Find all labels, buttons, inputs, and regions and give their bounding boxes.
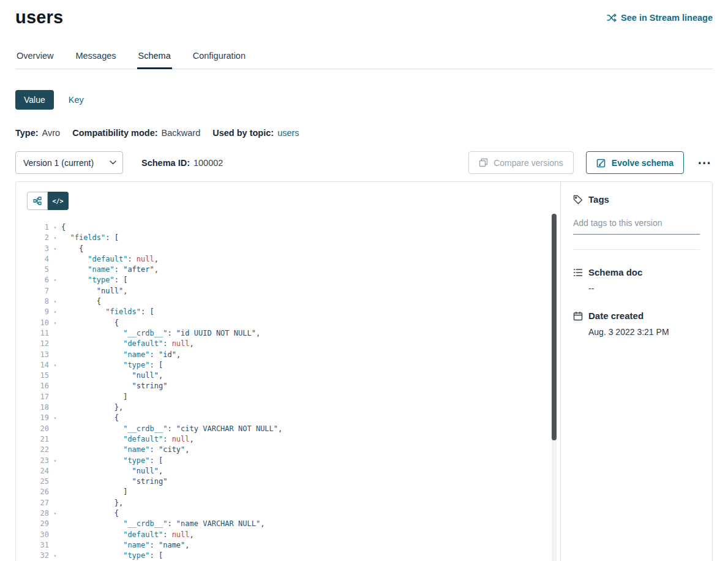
line-number: 21 [27, 434, 49, 445]
fold-toggle-icon[interactable]: ▾ [49, 222, 61, 233]
code-lines: 1▾{2▾ "fields": [3▾ {4 "default": null,5… [27, 222, 544, 561]
line-number: 25 [27, 476, 49, 487]
code-line: 30 "default": null, [27, 530, 544, 540]
code-line: 15 "null", [27, 371, 544, 381]
page-header: users See in Stream lineage [15, 0, 713, 28]
code-line: 19▾ { [27, 413, 544, 423]
schema-id-label: Schema ID: [141, 158, 190, 168]
code-line: 6▾ "type": [ [27, 275, 544, 285]
tab-overview[interactable]: Overview [15, 46, 54, 69]
version-select-wrap: Version 1 (current) [15, 151, 123, 174]
code-line: 32▾ "type": [ [27, 551, 544, 561]
code-text: "name": "id", [61, 350, 181, 360]
compare-versions-button[interactable]: Compare versions [468, 151, 574, 174]
fold-toggle-icon[interactable]: ▾ [49, 233, 61, 243]
code-line: 1▾{ [27, 222, 544, 233]
key-toggle-button[interactable]: Key [69, 95, 84, 105]
value-toggle-button[interactable]: Value [15, 90, 54, 110]
code-line: 10▾ { [27, 318, 544, 328]
code-line: 14▾ "type": [ [27, 360, 544, 371]
code-text: "type": [ [61, 456, 163, 466]
more-options-button[interactable]: ⋯ [696, 156, 713, 170]
stream-lineage-link[interactable]: See in Stream lineage [607, 13, 713, 23]
editor-view-toggle: </> [27, 192, 69, 210]
code-line: 3▾ { [27, 244, 544, 254]
code-text: "string" [61, 381, 167, 391]
tab-messages[interactable]: Messages [74, 46, 117, 69]
stream-lineage-label: See in Stream lineage [621, 13, 713, 23]
fold-spacer [49, 530, 61, 540]
fold-spacer [49, 350, 61, 360]
code-text: { [61, 222, 66, 233]
fold-toggle-icon[interactable]: ▾ [49, 307, 61, 317]
version-select[interactable]: Version 1 (current) [15, 151, 123, 174]
line-number: 3 [27, 244, 49, 254]
fold-spacer [49, 254, 61, 265]
code-text: "__crdb__": "id UUID NOT NULL", [61, 328, 260, 339]
line-number: 10 [27, 318, 49, 328]
code-text: "default": null, [61, 530, 194, 540]
schema-panel: </> 1▾{2▾ "fields": [3▾ {4 "default": nu… [15, 181, 713, 561]
stream-lineage-icon [607, 13, 617, 23]
code-text: "type": [ [61, 551, 163, 561]
code-text: "null", [61, 466, 163, 476]
code-line: 9▾ "fields": [ [27, 307, 544, 317]
fold-toggle-icon[interactable]: ▾ [49, 456, 61, 466]
line-number: 32 [27, 551, 49, 561]
code-text: "null", [61, 286, 127, 296]
fold-toggle-icon[interactable]: ▾ [49, 413, 61, 423]
code-view-button[interactable]: </> [48, 192, 69, 210]
code-text: ] [61, 487, 127, 497]
fold-toggle-icon[interactable]: ▾ [49, 508, 61, 519]
line-number: 31 [27, 540, 49, 551]
code-text: "__crdb__": "city VARCHAR NOT NULL", [61, 424, 282, 434]
line-number: 6 [27, 275, 49, 285]
fold-toggle-icon[interactable]: ▾ [49, 360, 61, 371]
schema-meta-row: Type: Avro Compatibility mode: Backward … [15, 128, 713, 138]
tab-schema[interactable]: Schema [137, 46, 172, 69]
code-line: 4 "default": null, [27, 254, 544, 265]
sidebar-divider [573, 249, 700, 250]
fold-toggle-icon[interactable]: ▾ [49, 551, 61, 561]
schema-editor-pane: </> 1▾{2▾ "fields": [3▾ {4 "default": nu… [16, 182, 560, 561]
tab-configuration[interactable]: Configuration [192, 46, 247, 69]
line-number: 13 [27, 350, 49, 360]
tree-view-button[interactable] [27, 192, 48, 210]
date-created-value: Aug. 3 2022 3:21 PM [588, 327, 700, 337]
line-number: 2 [27, 233, 49, 243]
schema-id: Schema ID: 100002 [141, 158, 223, 168]
type-label: Type: [15, 128, 39, 138]
compatibility-label: Compatibility mode: [72, 128, 157, 138]
line-number: 17 [27, 392, 49, 402]
code-line: 20 "__crdb__": "city VARCHAR NOT NULL", [27, 424, 544, 434]
date-created-section: Date created Aug. 3 2022 3:21 PM [573, 311, 700, 337]
page: users See in Stream lineage OverviewMess… [0, 0, 728, 561]
code-text: "default": null, [61, 339, 194, 349]
page-title: users [15, 7, 63, 28]
fold-spacer [49, 540, 61, 551]
code-text: "null", [61, 371, 163, 381]
tags-header: Tags [573, 194, 700, 205]
line-number: 5 [27, 265, 49, 275]
compatibility-value: Backward [162, 128, 201, 138]
fold-toggle-icon[interactable]: ▾ [49, 318, 61, 328]
calendar-icon [573, 311, 583, 321]
fold-toggle-icon[interactable]: ▾ [49, 275, 61, 285]
add-tags-input[interactable] [573, 213, 700, 235]
fold-toggle-icon[interactable]: ▾ [49, 244, 61, 254]
fold-spacer [49, 445, 61, 455]
editor-scrollbar[interactable] [552, 214, 557, 561]
line-number: 28 [27, 508, 49, 519]
code-text: { [61, 508, 119, 519]
scrollbar-thumb[interactable] [552, 214, 557, 440]
fold-spacer [49, 519, 61, 529]
fold-spacer [49, 339, 61, 349]
evolve-schema-button[interactable]: Evolve schema [586, 151, 684, 174]
topic-link[interactable]: users [277, 128, 299, 138]
fold-toggle-icon[interactable]: ▾ [49, 296, 61, 307]
line-number: 29 [27, 519, 49, 529]
code-line: 31 "name": "name", [27, 540, 544, 551]
code-line: 25 "string" [27, 476, 544, 487]
schema-doc-title: Schema doc [588, 267, 642, 277]
line-number: 7 [27, 286, 49, 296]
